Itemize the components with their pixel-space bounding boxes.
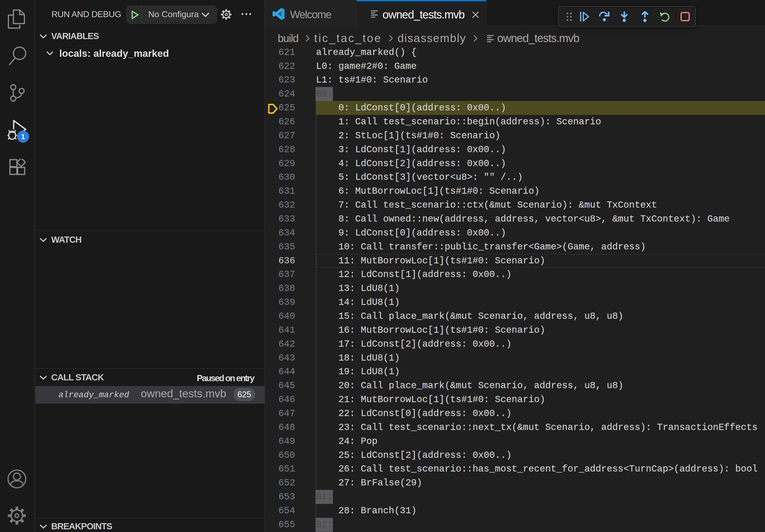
svg-text:1: 1: [21, 133, 25, 140]
